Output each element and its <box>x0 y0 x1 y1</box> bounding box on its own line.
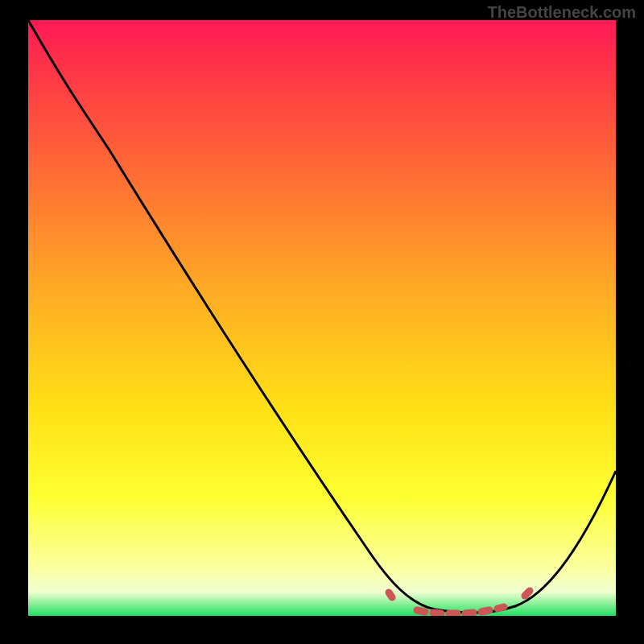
svg-line-4 <box>465 613 473 613</box>
svg-line-0 <box>389 592 392 597</box>
svg-line-7 <box>525 591 530 596</box>
svg-line-1 <box>417 610 425 612</box>
watermark-text: TheBottleneck.com <box>488 3 636 22</box>
svg-line-6 <box>497 607 504 609</box>
optimal-zone-markers <box>389 591 530 613</box>
svg-line-5 <box>481 610 489 612</box>
svg-line-2 <box>433 613 441 613</box>
chart-plot-area <box>28 20 616 616</box>
chart-svg <box>28 20 616 616</box>
bottleneck-curve-line <box>28 20 616 613</box>
